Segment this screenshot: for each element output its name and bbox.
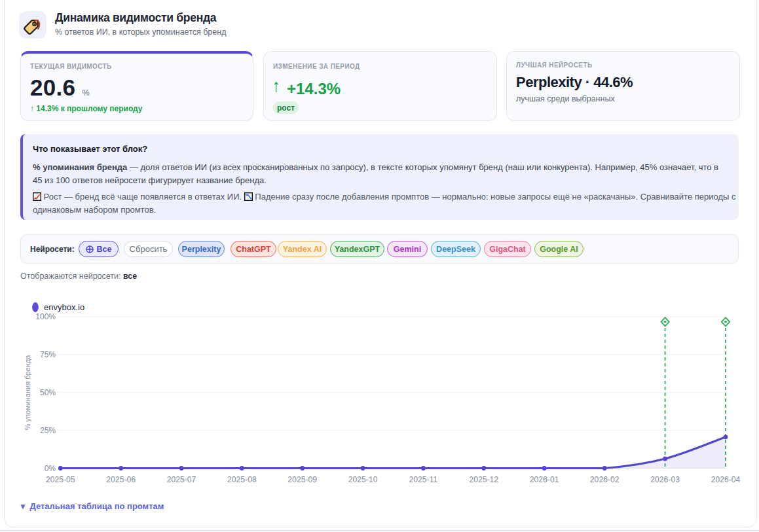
- svg-text:100%: 100%: [35, 312, 56, 321]
- svg-text:2025-05: 2025-05: [46, 475, 75, 484]
- svg-text:75%: 75%: [40, 350, 56, 359]
- svg-text:2025-08: 2025-08: [227, 475, 257, 484]
- svg-text:2025-09: 2025-09: [287, 475, 317, 484]
- svg-text:2025-10: 2025-10: [348, 475, 378, 484]
- svg-text:envybox.io: envybox.io: [44, 302, 84, 312]
- svg-text:2026-01: 2026-01: [530, 475, 559, 484]
- svg-text:2026-02: 2026-02: [590, 475, 620, 484]
- svg-text:2025-07: 2025-07: [167, 475, 196, 484]
- svg-text:2025-12: 2025-12: [469, 475, 498, 484]
- svg-text:25%: 25%: [40, 426, 56, 435]
- svg-text:2025-11: 2025-11: [409, 475, 437, 484]
- svg-text:2026-04: 2026-04: [711, 475, 741, 484]
- svg-text:% упоминания бренда: % упоминания бренда: [24, 355, 31, 431]
- svg-text:50%: 50%: [40, 388, 56, 397]
- svg-text:2026-03: 2026-03: [650, 475, 680, 484]
- svg-text:2025-06: 2025-06: [106, 475, 136, 484]
- svg-text:0%: 0%: [45, 464, 56, 473]
